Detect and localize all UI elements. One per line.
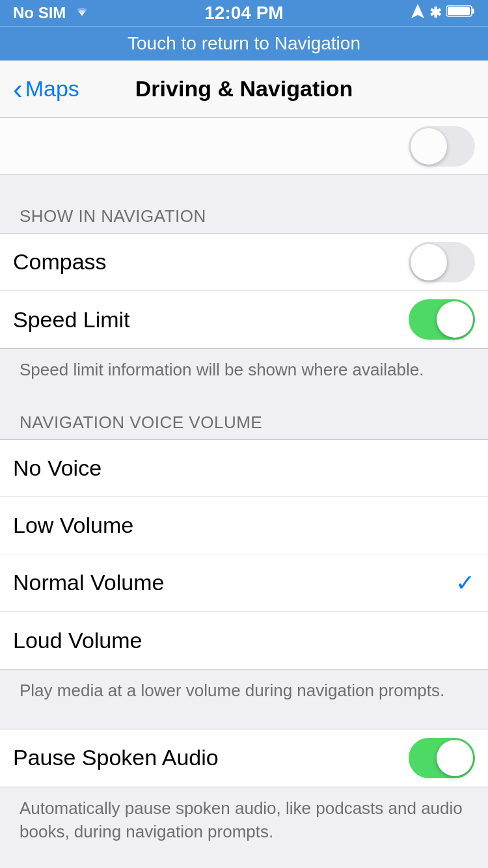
spacer-1: [0, 175, 488, 188]
show-in-navigation-header: SHOW IN NAVIGATION: [0, 188, 488, 233]
return-to-navigation-banner[interactable]: Touch to return to Navigation: [0, 26, 488, 61]
speed-limit-row: Speed Limit: [0, 291, 488, 348]
no-voice-label: No Voice: [13, 455, 475, 481]
compass-row: Compass: [0, 234, 488, 291]
normal-volume-row[interactable]: Normal Volume ✓: [0, 554, 488, 612]
show-in-navigation-group: Compass Speed Limit: [0, 233, 488, 349]
partial-row: [0, 118, 488, 175]
partial-toggle[interactable]: [409, 126, 475, 167]
normal-volume-label: Normal Volume: [13, 570, 455, 595]
back-button[interactable]: ‹ Maps: [13, 75, 79, 103]
speed-limit-label: Speed Limit: [13, 307, 409, 332]
speed-limit-footer: Speed limit information will be shown wh…: [0, 349, 488, 394]
bluetooth-icon: ✱: [429, 5, 441, 21]
back-label: Maps: [25, 76, 79, 102]
carrier-label: No SIM: [13, 4, 66, 22]
speed-limit-toggle-knob: [437, 301, 473, 338]
status-bar-right: ✱: [411, 4, 475, 22]
battery-icon: [446, 4, 475, 22]
pause-spoken-audio-footer: Automatically pause spoken audio, like p…: [0, 787, 488, 857]
pause-spoken-audio-toggle-knob: [437, 740, 473, 776]
pause-spoken-audio-group: Pause Spoken Audio: [0, 729, 488, 787]
nav-bar: ‹ Maps Driving & Navigation: [0, 61, 488, 118]
location-icon: [411, 4, 424, 22]
volume-group: No Voice Low Volume Normal Volume ✓ Loud…: [0, 439, 488, 670]
normal-volume-checkmark: ✓: [455, 569, 475, 597]
no-voice-row[interactable]: No Voice: [0, 440, 488, 497]
svg-marker-0: [411, 4, 424, 18]
loud-volume-row[interactable]: Loud Volume: [0, 612, 488, 669]
svg-rect-3: [448, 7, 470, 15]
compass-toggle[interactable]: [409, 242, 475, 282]
navigation-voice-volume-header: NAVIGATION VOICE VOLUME: [0, 394, 488, 439]
low-volume-row[interactable]: Low Volume: [0, 497, 488, 554]
loud-volume-label: Loud Volume: [13, 628, 475, 653]
wifi-icon: [72, 4, 92, 22]
return-banner-text: Touch to return to Navigation: [128, 33, 360, 53]
speed-limit-toggle[interactable]: [409, 299, 475, 340]
svg-rect-2: [472, 8, 474, 14]
toggle-knob: [411, 128, 447, 165]
volume-footer: Play media at a lower volume during navi…: [0, 670, 488, 715]
back-chevron-icon: ‹: [13, 75, 23, 103]
pause-spoken-audio-toggle[interactable]: [409, 738, 475, 778]
status-bar: No SIM 12:04 PM ✱: [0, 0, 488, 26]
compass-toggle-knob: [411, 244, 447, 280]
status-bar-left: No SIM: [13, 4, 92, 22]
page-title: Driving & Navigation: [135, 76, 353, 102]
low-volume-label: Low Volume: [13, 513, 475, 538]
pause-spoken-audio-label: Pause Spoken Audio: [13, 745, 409, 770]
pause-spoken-audio-row: Pause Spoken Audio: [0, 729, 488, 787]
spacer-2: [0, 716, 488, 729]
compass-label: Compass: [13, 249, 409, 275]
content: SHOW IN NAVIGATION Compass Speed Limit S…: [0, 118, 488, 857]
status-bar-time: 12:04 PM: [204, 3, 283, 23]
